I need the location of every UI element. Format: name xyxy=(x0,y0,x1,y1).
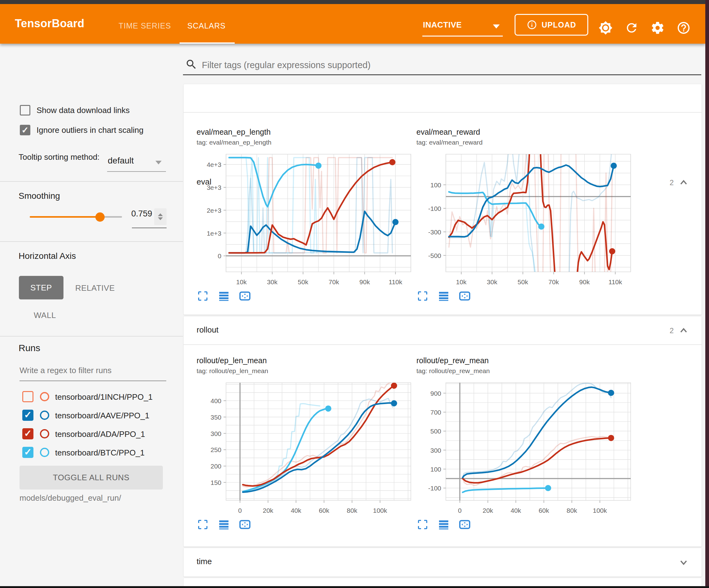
svg-text:70k: 70k xyxy=(329,278,339,285)
svg-text:-100: -100 xyxy=(428,485,441,492)
line-chart-rollout-ep-len-mean[interactable]: 020k40k60k80k100k150200250300350400 xyxy=(196,378,413,518)
card-header-divider xyxy=(184,344,702,345)
run-selector-icon[interactable] xyxy=(438,518,450,532)
run-checkbox-ada[interactable]: ✓ xyxy=(22,428,33,439)
section-title-rollout[interactable]: rollout xyxy=(196,325,218,335)
axis-wall-button[interactable]: WALL xyxy=(34,311,56,320)
section-card-rollout: rollout 2 rollout/ep_len_mean tag: rollo… xyxy=(184,316,702,546)
run-checkbox-btc[interactable]: ✓ xyxy=(22,447,33,458)
expand-chart-icon[interactable] xyxy=(196,518,209,532)
svg-text:2e+3: 2e+3 xyxy=(207,207,221,214)
chart-tag: tag: eval/mean_reward xyxy=(416,139,633,146)
run-label-btc[interactable]: tensorboard/BTC/PPO_1 xyxy=(55,448,145,458)
settings-gear-icon[interactable] xyxy=(651,21,665,35)
expand-chart-icon[interactable] xyxy=(416,518,429,532)
run-color-circle-aave[interactable] xyxy=(40,411,49,420)
browser-scrollbar[interactable] xyxy=(705,0,709,588)
ignore-outliers-label: Ignore outliers in chart scaling xyxy=(36,125,143,135)
axis-relative-button[interactable]: RELATIVE xyxy=(75,283,115,293)
expand-chart-icon[interactable] xyxy=(416,290,429,303)
run-color-circle-1inch[interactable] xyxy=(40,392,49,401)
smoothing-value-input[interactable] xyxy=(131,209,154,219)
app-title: TensorBoard xyxy=(15,17,84,30)
svg-text:100k: 100k xyxy=(373,507,387,514)
collapse-section-icon[interactable] xyxy=(678,325,689,337)
upload-button[interactable]: UPLOAD xyxy=(515,14,588,35)
svg-text:60k: 60k xyxy=(319,507,330,514)
svg-text:90k: 90k xyxy=(579,278,590,285)
chart-card-rollout-ep-len-mean: rollout/ep_len_mean tag: rollout/ep_len_… xyxy=(196,356,413,532)
svg-text:350: 350 xyxy=(211,414,221,421)
svg-text:50k: 50k xyxy=(518,278,528,285)
stepper-down-icon[interactable] xyxy=(158,218,163,220)
run-selector-icon[interactable] xyxy=(438,290,450,303)
runs-regex-underline xyxy=(20,381,166,381)
section-title-time[interactable]: time xyxy=(196,557,212,566)
svg-text:10k: 10k xyxy=(236,278,247,285)
info-icon xyxy=(527,20,537,30)
svg-text:4e+3: 4e+3 xyxy=(207,161,221,168)
stepper-up-icon[interactable] xyxy=(158,213,163,216)
svg-text:80k: 80k xyxy=(567,507,577,514)
show-download-links-label: Show data download links xyxy=(36,106,130,115)
line-chart-eval-mean-reward[interactable]: 10k30k50k70k90k110k100-100-300-500 xyxy=(416,150,633,289)
expand-section-icon[interactable] xyxy=(678,557,689,569)
svg-text:-100: -100 xyxy=(428,205,441,212)
horizontal-axis-label: Horizontal Axis xyxy=(19,251,76,261)
tab-time-series[interactable]: TIME SERIES xyxy=(119,21,171,30)
smoothing-slider-filled[interactable] xyxy=(30,216,100,218)
toggle-all-runs-button[interactable]: TOGGLE ALL RUNS xyxy=(20,466,163,489)
fit-domain-icon[interactable] xyxy=(239,290,251,303)
dropdown-caret-icon[interactable] xyxy=(155,161,162,164)
chart-tag: tag: rollout/ep_rew_mean xyxy=(416,367,633,375)
smoothing-stepper[interactable] xyxy=(154,208,166,225)
sync-status-dropdown[interactable]: INACTIVE xyxy=(423,20,462,30)
show-download-links-checkbox[interactable] xyxy=(20,105,30,116)
filter-tags-underline xyxy=(182,74,701,75)
smoothing-slider-knob[interactable] xyxy=(95,212,105,222)
run-color-circle-btc[interactable] xyxy=(40,448,49,457)
svg-text:400: 400 xyxy=(211,397,221,404)
fit-domain-icon[interactable] xyxy=(458,290,471,303)
chart-card-eval-mean-reward: eval/mean_reward tag: eval/mean_reward 1… xyxy=(416,128,633,303)
axis-step-button[interactable]: STEP xyxy=(19,276,63,300)
svg-text:40k: 40k xyxy=(510,507,521,514)
chart-card-rollout-ep-rew-mean: rollout/ep_rew_mean tag: rollout/ep_rew_… xyxy=(416,356,633,532)
tooltip-sorting-dropdown[interactable]: default xyxy=(108,156,134,165)
line-chart-eval-mean-ep-length[interactable]: 10k30k50k70k90k110k01e+32e+33e+34e+3 xyxy=(196,150,413,289)
dropdown-caret-icon[interactable] xyxy=(493,24,500,28)
run-selector-icon[interactable] xyxy=(218,290,230,303)
run-selector-icon[interactable] xyxy=(218,518,230,532)
filter-tags-input[interactable] xyxy=(202,57,685,73)
svg-text:0: 0 xyxy=(458,507,462,514)
fit-domain-icon[interactable] xyxy=(458,518,471,532)
brightness-icon[interactable] xyxy=(599,21,613,35)
expand-chart-icon[interactable] xyxy=(196,290,209,303)
chart-card-eval-mean-ep-length: eval/mean_ep_length tag: eval/mean_ep_le… xyxy=(196,128,413,303)
collapse-section-icon[interactable] xyxy=(678,177,689,189)
ignore-outliers-checkbox[interactable]: ✓ xyxy=(20,125,30,135)
run-label-ada[interactable]: tensorboard/ADA/PPO_1 xyxy=(55,430,145,439)
run-label-1inch[interactable]: tensorboard/1INCH/PPO_1 xyxy=(55,392,153,402)
svg-text:1e+3: 1e+3 xyxy=(207,230,221,237)
run-checkbox-aave[interactable]: ✓ xyxy=(22,410,33,421)
runs-regex-input[interactable] xyxy=(20,366,162,375)
run-checkbox-1inch[interactable] xyxy=(22,391,33,402)
chart-tag: tag: rollout/ep_len_mean xyxy=(196,367,413,375)
run-color-circle-ada[interactable] xyxy=(40,429,49,438)
settings-sidebar: Show data download links ✓ Ignore outlie… xyxy=(0,44,183,586)
tab-scalars[interactable]: SCALARS xyxy=(187,21,226,30)
section-count: 2 xyxy=(670,326,674,335)
svg-text:10k: 10k xyxy=(456,278,467,285)
svg-text:80k: 80k xyxy=(347,507,357,514)
run-label-aave[interactable]: tensorboard/AAVE/PPO_1 xyxy=(55,411,149,420)
search-icon xyxy=(185,58,198,71)
help-icon[interactable] xyxy=(677,21,691,35)
svg-text:0: 0 xyxy=(218,252,221,259)
line-chart-rollout-ep-rew-mean[interactable]: 020k40k60k80k100k900700500300100-100 xyxy=(416,378,633,518)
svg-text:20k: 20k xyxy=(483,507,493,514)
smoothing-input-underline xyxy=(132,228,166,228)
fit-domain-icon[interactable] xyxy=(239,518,251,532)
refresh-icon[interactable] xyxy=(625,21,639,35)
divider xyxy=(0,241,183,242)
